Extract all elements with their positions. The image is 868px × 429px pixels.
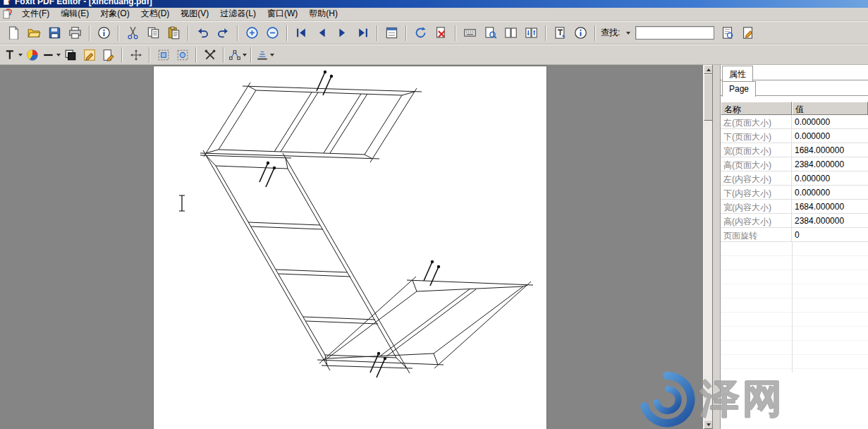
column-header-value: 值 bbox=[792, 102, 868, 115]
zoom-in-button[interactable] bbox=[242, 23, 262, 42]
edit-object-button[interactable] bbox=[80, 46, 99, 64]
property-value[interactable]: 0.000000 bbox=[792, 186, 868, 199]
menu-document[interactable]: 文档(D) bbox=[135, 6, 176, 22]
column-header-name: 名称 bbox=[721, 102, 792, 115]
property-value[interactable]: 0 bbox=[792, 228, 868, 241]
menu-view[interactable]: 视图(V) bbox=[175, 6, 214, 22]
move-tool-button[interactable] bbox=[126, 46, 145, 64]
facing-pages-button[interactable] bbox=[501, 23, 521, 42]
panel-splitter[interactable] bbox=[712, 65, 720, 429]
hatch-fill-button[interactable] bbox=[255, 46, 274, 64]
save-button[interactable] bbox=[44, 23, 65, 42]
window-title: Foxit PDF Editor - [xinchuang.pdf] bbox=[15, 0, 152, 6]
menu-window[interactable]: 窗口(W) bbox=[262, 6, 303, 22]
line-tool-button[interactable] bbox=[42, 46, 61, 64]
next-page-button[interactable] bbox=[332, 23, 353, 42]
menu-bar: 文件(F) 编辑(E) 对象(O) 文档(D) 视图(V) 过滤器(L) 窗口(… bbox=[0, 8, 868, 21]
property-row: 下(页面大小)0.000000 bbox=[721, 129, 868, 143]
new-document-icon bbox=[7, 26, 20, 40]
undo-button[interactable] bbox=[192, 23, 213, 42]
page-tab[interactable]: Page bbox=[722, 81, 756, 97]
menu-help[interactable]: 帮助(H) bbox=[303, 6, 343, 22]
chevron-down-icon bbox=[56, 54, 61, 56]
page-thumbnail-button[interactable] bbox=[381, 23, 402, 42]
object-info-button[interactable] bbox=[570, 23, 591, 42]
find-input[interactable] bbox=[635, 26, 714, 40]
find-dropdown-button[interactable] bbox=[622, 23, 632, 42]
property-row: 高(页面大小)2384.000000 bbox=[721, 157, 868, 171]
reorder-pages-button[interactable] bbox=[521, 23, 542, 42]
menu-filters[interactable]: 过滤器(L) bbox=[214, 6, 262, 22]
cut-button[interactable] bbox=[123, 23, 143, 42]
property-name: 高(内容大小) bbox=[721, 214, 792, 227]
new-document-button[interactable] bbox=[4, 23, 24, 42]
app-window-icon bbox=[3, 0, 11, 6]
transform-ellipse-button[interactable] bbox=[173, 46, 192, 64]
keyboard-button[interactable] bbox=[460, 23, 480, 42]
property-value[interactable]: 2384.000000 bbox=[792, 214, 868, 227]
first-page-icon bbox=[295, 26, 308, 40]
redo-button[interactable] bbox=[213, 23, 233, 42]
property-value[interactable]: 1684.000000 bbox=[792, 200, 868, 213]
fill-swatch-button[interactable] bbox=[61, 46, 80, 64]
edit-page-button[interactable] bbox=[99, 46, 118, 64]
delete-page-button[interactable] bbox=[431, 23, 451, 42]
redo-icon bbox=[216, 26, 230, 40]
find-result-page-icon bbox=[721, 26, 734, 40]
tools-icon bbox=[204, 49, 216, 61]
path-nodes-button[interactable] bbox=[228, 46, 247, 64]
fill-swatch-icon bbox=[64, 49, 77, 61]
document-info-button[interactable] bbox=[94, 23, 114, 42]
toolbar-separator bbox=[223, 47, 224, 63]
property-name: 下(页面大小) bbox=[721, 129, 792, 143]
chevron-down-icon bbox=[270, 54, 274, 56]
rotate-page-icon bbox=[414, 26, 427, 40]
page-preview-button[interactable] bbox=[480, 23, 501, 42]
menu-file[interactable]: 文件(F) bbox=[16, 6, 55, 22]
keyboard-icon bbox=[463, 26, 477, 40]
text-tool-button[interactable] bbox=[4, 46, 23, 64]
paste-icon bbox=[167, 26, 181, 40]
previous-page-button[interactable] bbox=[312, 23, 332, 42]
menu-object[interactable]: 对象(O) bbox=[94, 6, 135, 22]
rotate-page-button[interactable] bbox=[410, 23, 431, 42]
extract-text-button[interactable] bbox=[550, 23, 570, 42]
property-value[interactable]: 1684.000000 bbox=[792, 143, 868, 157]
zoom-out-button[interactable] bbox=[262, 23, 283, 42]
open-folder-icon bbox=[27, 26, 41, 40]
property-name: 宽(内容大小) bbox=[721, 200, 792, 213]
property-value[interactable]: 2384.000000 bbox=[792, 157, 868, 171]
property-row: 页面旋转0 bbox=[721, 228, 868, 242]
color-wheel-button[interactable] bbox=[23, 46, 42, 64]
property-name: 左(页面大小) bbox=[721, 115, 792, 128]
toolbar-separator bbox=[377, 25, 378, 41]
open-button[interactable] bbox=[24, 23, 44, 42]
object-info-icon bbox=[574, 26, 587, 40]
last-page-icon bbox=[356, 26, 369, 40]
main-area: 属性 Page 名称 值 左(页面大小)0.000000 下(页面大小)0.00… bbox=[0, 65, 868, 429]
last-page-button[interactable] bbox=[353, 23, 373, 42]
property-name: 高(页面大小) bbox=[721, 157, 792, 171]
paste-button[interactable] bbox=[164, 23, 184, 42]
find-result-page-button[interactable] bbox=[717, 23, 738, 42]
find-result-edit-button[interactable] bbox=[738, 23, 758, 42]
tools-button[interactable] bbox=[200, 46, 219, 64]
path-nodes-icon bbox=[228, 49, 241, 61]
toolbar-separator bbox=[455, 25, 456, 41]
property-row: 左(内容大小)0.000000 bbox=[721, 171, 868, 186]
pdf-page[interactable] bbox=[154, 66, 546, 429]
property-name: 下(内容大小) bbox=[721, 186, 792, 199]
first-page-button[interactable] bbox=[291, 23, 312, 42]
document-canvas[interactable] bbox=[0, 65, 703, 429]
canvas-vertical-scrollbar[interactable] bbox=[703, 65, 712, 429]
property-value[interactable]: 0.000000 bbox=[792, 115, 868, 128]
color-wheel-icon bbox=[26, 49, 39, 61]
property-value[interactable]: 0.000000 bbox=[792, 129, 868, 143]
copy-button[interactable] bbox=[143, 23, 164, 42]
property-value[interactable]: 0.000000 bbox=[792, 171, 868, 185]
property-row: 宽(内容大小)1684.000000 bbox=[721, 200, 868, 214]
transform-rect-button[interactable] bbox=[154, 46, 173, 64]
find-label: 查找: bbox=[601, 27, 620, 39]
menu-edit[interactable]: 编辑(E) bbox=[55, 6, 94, 22]
print-button[interactable] bbox=[65, 23, 85, 42]
